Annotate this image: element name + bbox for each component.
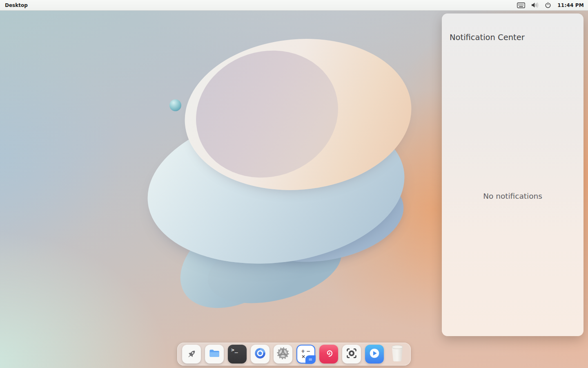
app-store-spiral-icon <box>322 347 335 361</box>
launcher-rocket-icon <box>184 347 199 362</box>
volume-icon[interactable] <box>531 2 539 8</box>
dock-item-media-player[interactable] <box>365 345 384 364</box>
notification-center-title: Notification Center <box>450 33 525 42</box>
calculator-equals-glyph: = <box>308 357 312 362</box>
dock-item-calculator[interactable]: + − × = <box>296 345 315 364</box>
calculator-multiply-glyph: × <box>301 354 305 359</box>
trash-bucket-icon <box>390 344 405 364</box>
calculator-icon: = <box>305 355 316 364</box>
clock[interactable]: 11:44 PM <box>557 2 584 8</box>
terminal-icon: >_ <box>231 347 238 353</box>
desktop-screen: Desktop <box>0 0 588 368</box>
dock-item-screenshot[interactable] <box>342 345 361 364</box>
wallpaper-sphere <box>169 99 181 111</box>
menu-bar: Desktop <box>0 0 588 11</box>
active-app-label: Desktop <box>0 2 28 8</box>
screenshot-lens-icon <box>345 346 359 362</box>
keyboard-icon[interactable] <box>517 2 525 8</box>
dock-item-trash[interactable] <box>388 345 407 364</box>
dock-item-control-center[interactable] <box>274 345 292 364</box>
no-notifications-message: No notifications <box>442 192 584 200</box>
media-player-play-icon <box>368 347 381 361</box>
calculator-minus-glyph: − <box>306 349 310 354</box>
power-icon[interactable] <box>545 2 551 9</box>
browser-chromium-icon <box>254 347 267 361</box>
dock-item-app-store[interactable] <box>319 345 338 364</box>
control-center-gear-icon <box>276 346 290 362</box>
system-tray: 11:44 PM <box>517 2 588 9</box>
dock-item-browser[interactable] <box>251 345 270 364</box>
dock-item-terminal[interactable]: >_ <box>228 345 247 364</box>
calculator-plus-glyph: + <box>301 349 305 354</box>
file-manager-folder-icon <box>208 347 220 361</box>
notification-center-panel: Notification Center No notifications <box>442 13 584 336</box>
dock-item-launcher[interactable] <box>182 345 201 364</box>
dock-item-file-manager[interactable] <box>205 345 224 364</box>
dock: >_ <box>177 343 411 366</box>
